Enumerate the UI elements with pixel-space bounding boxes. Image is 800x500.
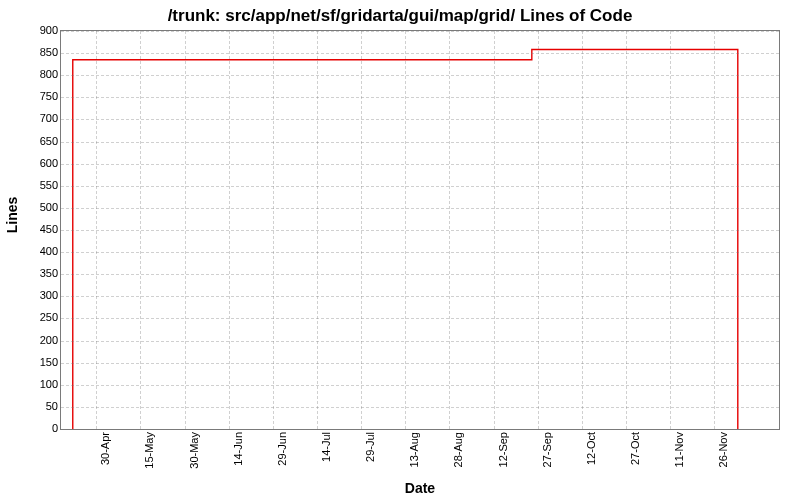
x-tick-label: 15-May xyxy=(143,432,155,482)
x-tick-label: 13-Aug xyxy=(408,432,420,482)
x-tick-label: 26-Nov xyxy=(717,432,729,482)
grid-line-v xyxy=(140,31,141,429)
y-tick-label: 100 xyxy=(22,378,58,390)
grid-line-v xyxy=(273,31,274,429)
y-tick-label: 200 xyxy=(22,334,58,346)
grid-line-v xyxy=(317,31,318,429)
grid-line-h xyxy=(61,186,779,187)
x-tick-label: 14-Jun xyxy=(232,432,244,482)
grid-line-v xyxy=(670,31,671,429)
grid-line-v xyxy=(96,31,97,429)
grid-line-v xyxy=(405,31,406,429)
grid-line-v xyxy=(449,31,450,429)
grid-line-v xyxy=(714,31,715,429)
y-tick-label: 900 xyxy=(22,24,58,36)
grid-line-h xyxy=(61,274,779,275)
x-axis-label: Date xyxy=(60,480,780,496)
y-tick-label: 700 xyxy=(22,112,58,124)
y-tick-label: 750 xyxy=(22,90,58,102)
plot-area xyxy=(60,30,780,430)
grid-line-v xyxy=(626,31,627,429)
grid-line-v xyxy=(185,31,186,429)
chart-title: /trunk: src/app/net/sf/gridarta/gui/map/… xyxy=(0,6,800,26)
grid-line-v xyxy=(538,31,539,429)
grid-line-v xyxy=(494,31,495,429)
grid-line-h xyxy=(61,230,779,231)
y-tick-label: 0 xyxy=(22,422,58,434)
grid-line-h xyxy=(61,164,779,165)
chart-container: /trunk: src/app/net/sf/gridarta/gui/map/… xyxy=(0,0,800,500)
x-tick-label: 28-Aug xyxy=(452,432,464,482)
x-tick-label: 12-Sep xyxy=(497,432,509,482)
grid-line-h xyxy=(61,208,779,209)
grid-line-h xyxy=(61,97,779,98)
grid-line-h xyxy=(61,252,779,253)
x-tick-label: 27-Oct xyxy=(629,432,641,482)
x-tick-label: 29-Jun xyxy=(276,432,288,482)
y-tick-label: 650 xyxy=(22,135,58,147)
x-tick-label: 30-May xyxy=(188,432,200,482)
x-tick-label: 11-Nov xyxy=(673,432,685,482)
grid-line-v xyxy=(361,31,362,429)
y-tick-label: 550 xyxy=(22,179,58,191)
y-tick-label: 350 xyxy=(22,267,58,279)
grid-line-h xyxy=(61,53,779,54)
y-tick-label: 850 xyxy=(22,46,58,58)
x-tick-label: 14-Jul xyxy=(320,432,332,482)
grid-line-h xyxy=(61,385,779,386)
grid-line-h xyxy=(61,296,779,297)
grid-line-h xyxy=(61,429,779,430)
y-tick-label: 450 xyxy=(22,223,58,235)
y-axis-label: Lines xyxy=(2,0,22,430)
y-tick-label: 500 xyxy=(22,201,58,213)
grid-line-h xyxy=(61,407,779,408)
y-tick-label: 250 xyxy=(22,311,58,323)
y-tick-label: 600 xyxy=(22,157,58,169)
grid-line-h xyxy=(61,142,779,143)
y-tick-label: 300 xyxy=(22,289,58,301)
grid-line-v xyxy=(229,31,230,429)
y-tick-label: 800 xyxy=(22,68,58,80)
grid-line-h xyxy=(61,363,779,364)
x-tick-label: 30-Apr xyxy=(99,432,111,482)
grid-line-h xyxy=(61,341,779,342)
x-tick-label: 12-Oct xyxy=(585,432,597,482)
grid-line-v xyxy=(582,31,583,429)
x-tick-label: 29-Jul xyxy=(364,432,376,482)
grid-line-h xyxy=(61,119,779,120)
y-tick-label: 50 xyxy=(22,400,58,412)
y-tick-label: 400 xyxy=(22,245,58,257)
grid-line-h xyxy=(61,318,779,319)
grid-line-h xyxy=(61,31,779,32)
y-tick-label: 150 xyxy=(22,356,58,368)
x-tick-label: 27-Sep xyxy=(541,432,553,482)
grid-line-h xyxy=(61,75,779,76)
